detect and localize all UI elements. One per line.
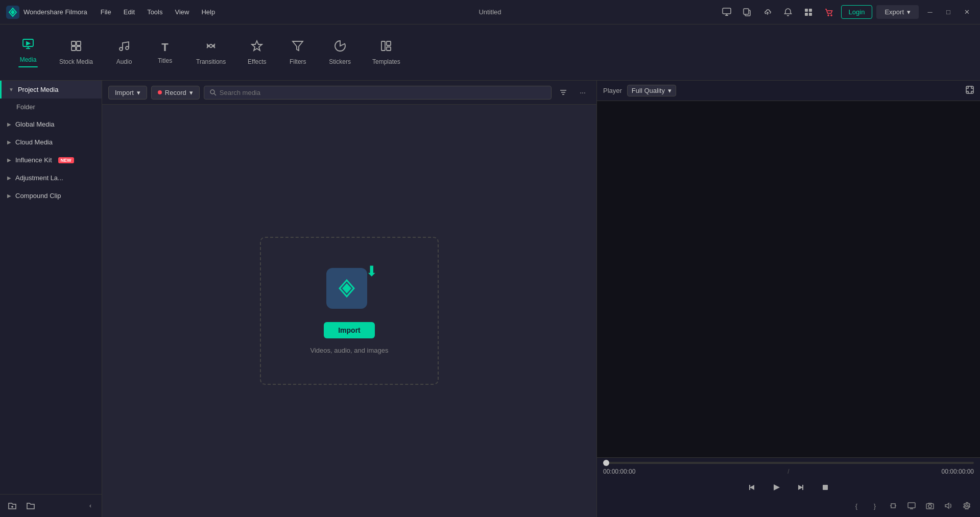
clip-mark-icon[interactable] [886, 499, 900, 513]
volume-icon[interactable] [941, 499, 955, 513]
search-icon [209, 89, 217, 96]
stop-button[interactable] [817, 479, 833, 496]
tab-templates[interactable]: Templates [364, 36, 409, 69]
export-button[interactable]: Export ▾ [876, 5, 919, 19]
sidebar-item-folder[interactable]: Folder [0, 99, 102, 115]
search-input[interactable] [220, 89, 546, 96]
sidebar-item-cloud-media[interactable]: ▶ Cloud Media [0, 133, 102, 151]
tab-transitions[interactable]: Transitions [188, 36, 234, 69]
mark-out-icon[interactable]: } [868, 499, 882, 513]
tab-filters-label: Filters [290, 58, 306, 65]
svg-rect-17 [71, 41, 76, 45]
svg-point-22 [126, 46, 129, 50]
snapshot-icon[interactable] [923, 499, 937, 513]
tab-audio-label: Audio [116, 58, 132, 65]
import-hint: Videos, audio, and images [310, 347, 389, 354]
add-folder-icon[interactable] [5, 499, 19, 513]
cloud-upload-icon[interactable] [759, 4, 776, 20]
menu-tools[interactable]: Tools [142, 6, 168, 18]
sidebar-item-adjustment-layer[interactable]: ▶ Adjustment La... [0, 169, 102, 187]
player-expand-icon[interactable] [966, 86, 974, 95]
menu-help[interactable]: Help [196, 6, 220, 18]
tab-stock-media-label: Stock Media [59, 58, 93, 65]
svg-rect-39 [823, 485, 828, 490]
svg-rect-7 [744, 9, 749, 14]
record-button[interactable]: Record ▾ [151, 86, 200, 100]
svg-point-44 [966, 505, 968, 507]
play-forward-button[interactable] [793, 479, 809, 496]
filmora-app-icon [326, 268, 367, 309]
sidebar-item-project-media[interactable]: ▼ Project Media [0, 81, 102, 99]
svg-marker-25 [293, 41, 303, 51]
chevron-down-icon: ▼ [9, 87, 14, 92]
titlebar-right: Login Export ▾ ─ □ ✕ [719, 4, 974, 20]
stickers-tab-icon [334, 40, 346, 55]
play-button[interactable] [768, 479, 784, 496]
chevron-right-icon: ▶ [7, 121, 11, 127]
svg-point-23 [209, 44, 212, 47]
more-options-icon[interactable]: ··· [575, 85, 590, 100]
filters-tab-icon [292, 40, 304, 55]
transitions-tab-icon [205, 40, 217, 55]
settings-icon[interactable] [960, 499, 974, 513]
playback-controls [603, 479, 974, 496]
tab-stickers-label: Stickers [329, 58, 351, 65]
import-icon-wrap: ⬇ [326, 268, 372, 314]
tab-effects[interactable]: Effects [239, 36, 275, 69]
skip-back-button[interactable] [744, 479, 760, 496]
tab-titles[interactable]: T Titles [147, 37, 183, 68]
tab-effects-label: Effects [248, 58, 266, 65]
sidebar-item-global-media[interactable]: ▶ Global Media [0, 115, 102, 133]
filter-icon[interactable] [556, 85, 571, 100]
progress-thumb[interactable] [603, 460, 609, 466]
window-title: Untitled [479, 8, 501, 16]
import-button[interactable]: Import ▾ [108, 86, 147, 100]
grid-icon[interactable] [800, 4, 817, 20]
svg-rect-4 [725, 15, 728, 16]
svg-point-31 [210, 90, 214, 94]
screen-icon[interactable] [904, 499, 919, 513]
copy-icon[interactable] [739, 4, 755, 20]
login-button[interactable]: Login [841, 5, 873, 19]
titlebar: Wondershare Filmora File Edit Tools View… [0, 0, 980, 24]
folder-icon[interactable] [23, 499, 38, 513]
svg-rect-18 [77, 41, 81, 45]
mark-in-icon[interactable]: { [849, 499, 864, 513]
maximize-button[interactable]: □ [941, 5, 955, 19]
notification-icon[interactable] [780, 4, 796, 20]
sidebar-item-influence-kit[interactable]: ▶ Influence Kit NEW [0, 151, 102, 169]
svg-rect-40 [908, 503, 915, 508]
app-logo: Wondershare Filmora [6, 6, 87, 19]
sidebar-collapse-icon[interactable]: ‹ [84, 500, 97, 512]
progress-bar[interactable] [603, 462, 974, 464]
monitor-icon[interactable] [719, 4, 735, 20]
download-arrow-icon: ⬇ [366, 263, 377, 280]
svg-rect-10 [805, 13, 808, 16]
sidebar-item-compound-clip[interactable]: ▶ Compound Clip [0, 187, 102, 205]
sidebar-adjustment-layer-label: Adjustment La... [15, 174, 63, 182]
minimize-button[interactable]: ─ [923, 5, 937, 19]
close-button[interactable]: ✕ [960, 5, 974, 19]
cart-icon[interactable] [821, 4, 837, 20]
left-sidebar: ▼ Project Media Folder ▶ Global Media ▶ … [0, 81, 102, 517]
player-toolbar: Player Full Quality ▾ [597, 81, 980, 101]
sidebar-folder-label: Folder [16, 103, 35, 111]
menu-file[interactable]: File [95, 6, 116, 18]
tab-media[interactable]: Media [10, 34, 46, 71]
drop-zone: ⬇ Import Videos, audio, and images [260, 237, 439, 385]
total-time: 00:00:00:00 [942, 468, 974, 475]
menu-view[interactable]: View [170, 6, 194, 18]
new-badge: NEW [58, 157, 74, 163]
time-display: 00:00:00:00 / 00:00:00:00 [603, 468, 974, 475]
tab-audio[interactable]: Audio [106, 36, 142, 69]
import-action-button[interactable]: Import [324, 322, 375, 338]
tab-stock-media[interactable]: Stock Media [51, 36, 101, 69]
tab-filters[interactable]: Filters [280, 36, 316, 69]
svg-rect-28 [387, 47, 391, 51]
tab-stickers[interactable]: Stickers [321, 36, 359, 69]
tab-media-underline [18, 66, 38, 67]
menu-bar: File Edit Tools View Help [95, 6, 719, 18]
menu-edit[interactable]: Edit [118, 6, 140, 18]
quality-select[interactable]: Full Quality ▾ [627, 85, 676, 96]
chevron-right-icon: ▶ [7, 193, 11, 199]
